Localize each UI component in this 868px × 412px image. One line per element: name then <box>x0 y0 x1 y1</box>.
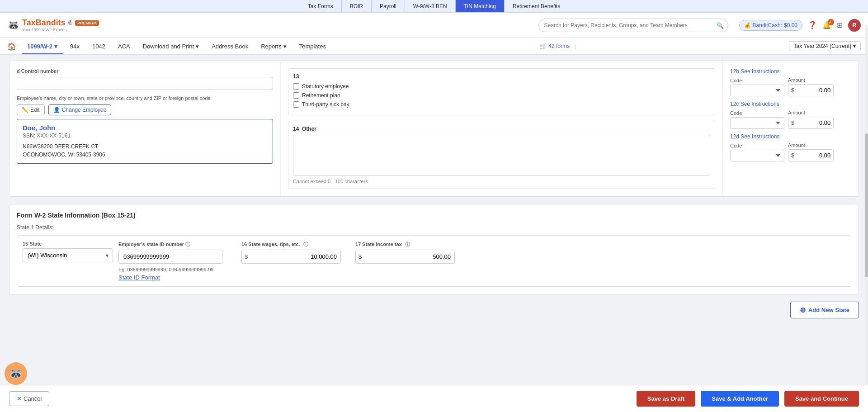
topbar-payroll[interactable]: Payroll <box>372 0 405 12</box>
topbar-retirement[interactable]: Retirement Benefits <box>505 0 568 12</box>
info-icon: ⓘ <box>405 242 410 247</box>
nav-reports[interactable]: Reports ▾ <box>255 39 292 54</box>
field15-group: 15 State (WI) Wisconsin ▾ <box>23 241 113 262</box>
cart-icon: 🛒 <box>540 43 547 49</box>
employee-column: d Control number Employee's name, city o… <box>9 61 281 196</box>
change-employee-button[interactable]: 👤 Change Employee <box>48 104 112 115</box>
box12c-link[interactable]: 12c See Instructions <box>730 101 851 107</box>
box12c-amount-input[interactable] <box>797 117 833 128</box>
box12d-amount-wrap: $ <box>788 149 834 161</box>
header-actions: 💰 BanditCash: $0.00 ❓ 🔔 9+ ⊞ R <box>739 19 861 32</box>
home-button[interactable]: 🏠 <box>7 42 16 51</box>
premium-badge: PREMIUM <box>75 20 99 26</box>
box12b-amount-input[interactable] <box>797 85 833 96</box>
state-id-format-link[interactable]: State ID Format <box>118 274 160 281</box>
header: 🦝 TaxBandits ® PREMIUM Your 1099 & W2 Ex… <box>0 13 868 38</box>
box12d-item: 12d See Instructions Code Amount $ <box>730 133 851 161</box>
employee-address: N66W38200 DEER CREEK CT OCONOMOWOC, WI 5… <box>23 142 267 159</box>
field15-label: 15 State <box>23 241 113 246</box>
state1-label: State 1 Details: <box>17 224 851 231</box>
cart-area[interactable]: 🛒 42 forms <box>540 43 570 49</box>
bandit-cash-button[interactable]: 💰 BanditCash: $0.00 <box>739 20 802 31</box>
topbar-tin-matching[interactable]: TIN Matching <box>456 0 505 12</box>
employee-section-label: Employee's name, city or town, state or … <box>17 95 273 101</box>
tax-year-dropdown[interactable]: Tax Year 2024 (Current) ▾ <box>789 41 861 51</box>
main-content: d Control number Employee's name, city o… <box>0 55 868 362</box>
help-button[interactable]: ❓ <box>808 21 817 29</box>
help-icon: ❓ <box>808 21 817 29</box>
box13-section: 13 Statutory employee Retirement plan Th… <box>288 68 715 115</box>
scrollbar[interactable] <box>865 25 868 362</box>
topbar-w9[interactable]: W-9/W-8 BEN <box>405 0 456 12</box>
nav-1042[interactable]: 1042 <box>87 39 111 54</box>
state-income-tax-input[interactable] <box>364 250 454 263</box>
search-icon[interactable]: 🔍 <box>717 22 724 28</box>
box14-section: 14 Other Cannot exceed 0 - 100 character… <box>288 121 715 189</box>
control-number-label: d Control number <box>17 68 273 74</box>
statutory-employee-row: Statutory employee <box>293 83 710 90</box>
bandit-cash-label: BanditCash: <box>753 22 782 28</box>
add-new-state-button[interactable]: ⊕ Add New State <box>790 302 859 318</box>
box12d-amount-label: Amount <box>788 142 834 148</box>
statutory-checkbox[interactable] <box>293 83 299 90</box>
wallet-icon: 💰 <box>744 22 751 28</box>
chevron-down-icon: ▾ <box>196 43 199 50</box>
wages-input-wrap: $ <box>241 250 341 264</box>
box12b-amount-wrap: $ <box>788 84 834 96</box>
chevron-down-icon: ▾ <box>54 43 57 50</box>
nav-download-print[interactable]: Download and Print ▾ <box>137 39 204 54</box>
box12c-code-label: Code <box>730 110 784 116</box>
topbar-boir[interactable]: BOIR <box>342 0 372 12</box>
employee-name: Doe, John <box>23 124 267 132</box>
logo-area: 🦝 TaxBandits ® PREMIUM Your 1099 & W2 Ex… <box>7 18 99 32</box>
box12b-link[interactable]: 12b See Instructions <box>730 68 851 75</box>
dollar-sign: $ <box>788 119 797 126</box>
notifications-button[interactable]: 🔔 9+ <box>822 21 831 29</box>
nav-1099-w2[interactable]: 1099/W-2 ▾ <box>22 39 63 54</box>
box14-title: 14 Other <box>293 126 710 132</box>
apps-button[interactable]: ⊞ <box>837 21 843 29</box>
control-number-input[interactable] <box>17 77 273 90</box>
box12c-amount-wrap: $ <box>788 117 834 129</box>
right-column: 12b See Instructions Code Amount $ <box>723 61 859 196</box>
scroll-thumb[interactable] <box>865 133 868 277</box>
middle-column: 13 Statutory employee Retirement plan Th… <box>281 61 723 196</box>
state-select-wrap: (WI) Wisconsin ▾ <box>23 248 113 262</box>
box12c-amount-label: Amount <box>788 110 834 115</box>
box14-other-input[interactable] <box>293 135 710 175</box>
chevron-down-icon: ▾ <box>283 43 287 50</box>
state-wages-input[interactable] <box>250 250 340 263</box>
grid-icon: ⊞ <box>837 21 843 29</box>
box12b-code-select[interactable] <box>730 85 784 96</box>
box12d-code-label: Code <box>730 143 784 148</box>
avatar[interactable]: R <box>848 19 861 32</box>
plus-icon: ⊕ <box>800 306 806 314</box>
employer-state-id-group: Employer's state ID number ⓘ Eg: 0369999… <box>118 241 236 281</box>
employee-actions: ✏️ Edit 👤 Change Employee <box>17 104 273 115</box>
dollar-sign: $ <box>788 87 797 94</box>
nav-aca[interactable]: ACA <box>113 39 136 54</box>
box12d-code-select[interactable] <box>730 150 784 161</box>
employee-ssn: SSN: XXX-XX-5161 <box>23 133 267 139</box>
employee-info-box: Doe, John SSN: XXX-XX-5161 N66W38200 DEE… <box>17 119 273 164</box>
field16-group: 16 State wages, tips, etc. ⓘ $ <box>241 241 350 264</box>
third-party-checkbox[interactable] <box>293 101 299 108</box>
employer-state-id-label: Employer's state ID number ⓘ <box>118 241 236 248</box>
third-party-row: Third-party sick pay <box>293 101 710 108</box>
nav-templates[interactable]: Templates <box>294 39 331 54</box>
dollar-sign: $ <box>788 152 797 159</box>
box12c-code-select[interactable] <box>730 117 784 129</box>
change-icon: 👤 <box>53 107 60 113</box>
nav-94x[interactable]: 94x <box>65 39 85 54</box>
employer-state-id-input[interactable] <box>118 250 222 264</box>
box12d-link[interactable]: 12d See Instructions <box>730 133 851 140</box>
retirement-checkbox[interactable] <box>293 92 299 99</box>
edit-button[interactable]: ✏️ Edit <box>17 104 45 115</box>
state-select[interactable]: (WI) Wisconsin <box>23 248 113 262</box>
search-input[interactable] <box>538 19 728 32</box>
state1-fields: 15 State (WI) Wisconsin ▾ Employer's sta… <box>23 241 845 281</box>
logo-tagline: Your 1099 & W2 Experts <box>22 28 99 32</box>
nav-address-book[interactable]: Address Book <box>206 39 254 54</box>
topbar-tax-forms[interactable]: Tax Forms <box>300 0 342 12</box>
box12d-amount-input[interactable] <box>797 150 833 161</box>
